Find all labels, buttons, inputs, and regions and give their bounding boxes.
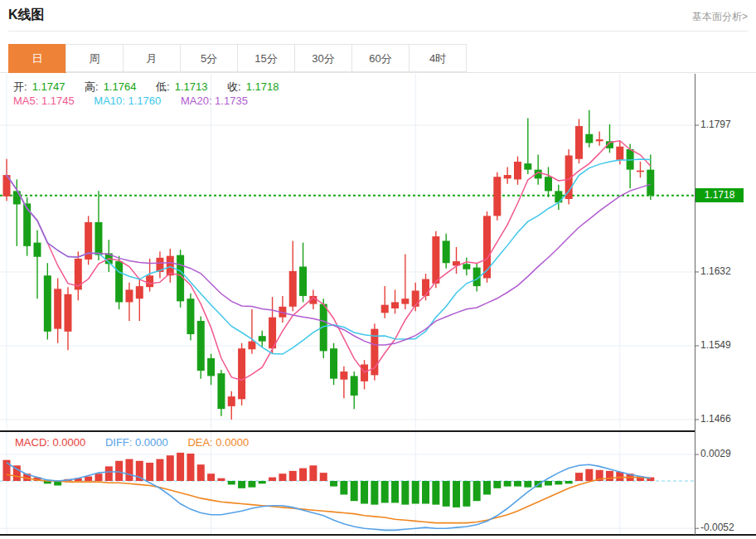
- candle-body: [33, 243, 41, 257]
- macd-bar: [94, 473, 102, 481]
- price-tick-label: 1.1632: [700, 265, 754, 277]
- macd-bar: [351, 481, 358, 501]
- macd-bar: [432, 481, 439, 505]
- candle-body: [330, 348, 337, 378]
- macd-bar: [545, 481, 552, 486]
- tab-day[interactable]: 日: [8, 44, 66, 73]
- macd-legend-item: MACD: 0.0000: [15, 436, 85, 449]
- price-tick-label: 1.1549: [700, 339, 754, 351]
- low-label: 低:: [156, 80, 170, 93]
- macd-bar: [115, 461, 123, 481]
- macd-bar: [320, 473, 327, 481]
- candle-body: [197, 321, 205, 371]
- macd-bar: [269, 478, 276, 481]
- tab-4hour[interactable]: 4时: [409, 44, 467, 72]
- candle-body: [146, 275, 153, 287]
- macd-bar: [371, 481, 378, 505]
- macd-bar: [483, 481, 491, 495]
- candle-body: [432, 236, 439, 284]
- macd-bar: [361, 481, 368, 504]
- candle-body: [351, 376, 358, 396]
- candle-body: [616, 147, 623, 160]
- macd-bar: [299, 469, 307, 481]
- ohlc-legend: 开:1.1747 高:1.1764 低:1.1713 收:1.1718: [13, 80, 284, 95]
- macd-bar: [514, 481, 521, 487]
- candle-body: [23, 203, 31, 245]
- candle-body: [443, 240, 450, 263]
- candle-body: [340, 371, 347, 380]
- current-price-badge: 1.1718: [695, 188, 744, 202]
- macd-legend: MACD: 0.0000 DIFF: 0.0000 DEA: 0.0000: [15, 436, 254, 449]
- macd-bar: [125, 459, 133, 481]
- macd-bar: [187, 454, 194, 481]
- candle-body: [391, 302, 399, 308]
- macd-bar: [391, 481, 399, 503]
- dea-line: [7, 474, 651, 522]
- low-value: 1.1713: [175, 80, 208, 93]
- candle-body: [259, 336, 266, 341]
- candle-body: [504, 175, 511, 178]
- macd-bar: [197, 464, 205, 481]
- macd-bar: [381, 481, 389, 503]
- candle-body: [115, 261, 123, 302]
- macd-bar: [555, 481, 562, 484]
- tab-30min[interactable]: 30分: [294, 44, 352, 72]
- candle-body: [647, 170, 654, 196]
- close-value: 1.1718: [246, 80, 279, 93]
- macd-bar: [443, 481, 450, 507]
- candle-body: [514, 162, 521, 179]
- candle-body: [575, 126, 583, 159]
- candle-body: [187, 299, 194, 334]
- tab-5min[interactable]: 5分: [180, 44, 238, 72]
- candle-body: [13, 191, 21, 204]
- close-label: 收:: [227, 80, 241, 93]
- macd-bar: [422, 481, 429, 504]
- macd-bar: [340, 481, 347, 495]
- candle-body: [289, 271, 297, 307]
- candle-body: [524, 163, 531, 170]
- ma10-legend-item: MA10: 1.1760: [94, 95, 161, 107]
- candle-body: [637, 171, 644, 172]
- candle-body: [493, 177, 501, 216]
- macd-bar: [167, 455, 174, 481]
- tab-15min[interactable]: 15分: [237, 44, 295, 72]
- interval-tabbar: 日 周 月 5分 15分 30分 60分 4时: [8, 44, 467, 73]
- candle-body: [381, 305, 389, 313]
- candle-body: [555, 191, 562, 202]
- macd-tick-label: 0.0029: [700, 448, 754, 459]
- candle-body: [463, 264, 470, 269]
- macd-bar: [493, 481, 501, 488]
- candle-body: [94, 222, 102, 255]
- ma5-legend-item: MA5: 1.1745: [13, 95, 75, 107]
- macd-bar: [463, 481, 470, 507]
- macd-bar: [238, 481, 245, 488]
- dea-legend-item: DEA: 0.0000: [187, 436, 249, 449]
- macd-bar: [259, 481, 266, 483]
- candle-body: [238, 348, 245, 399]
- tab-60min[interactable]: 60分: [351, 44, 410, 72]
- open-value: 1.1747: [32, 80, 65, 93]
- candle-body: [125, 289, 133, 302]
- macd-bar: [85, 477, 92, 482]
- candle-body: [483, 216, 491, 278]
- macd-bar: [565, 481, 573, 483]
- macd-bar: [309, 465, 317, 481]
- candle-body: [207, 358, 215, 376]
- macd-bar: [279, 473, 286, 481]
- macd-bar: [330, 481, 337, 487]
- macd-bar: [156, 459, 163, 481]
- macd-bar: [585, 469, 593, 481]
- candle-body: [44, 275, 51, 332]
- ma-legend: MA5: 1.1745 MA10: 1.1760 MA20: 1.1735: [13, 95, 253, 107]
- candle-body: [422, 279, 429, 296]
- price-tick-label: 1.1466: [700, 413, 754, 425]
- tab-month[interactable]: 月: [123, 44, 181, 72]
- macd-bar: [412, 481, 419, 504]
- candle-body: [299, 267, 307, 296]
- ma20-line: [7, 175, 651, 345]
- diff-legend-item: DIFF: 0.0000: [105, 436, 168, 449]
- tab-week[interactable]: 周: [65, 44, 124, 72]
- macd-bar: [606, 471, 613, 481]
- macd-bar: [248, 481, 255, 488]
- candle-body: [228, 396, 235, 406]
